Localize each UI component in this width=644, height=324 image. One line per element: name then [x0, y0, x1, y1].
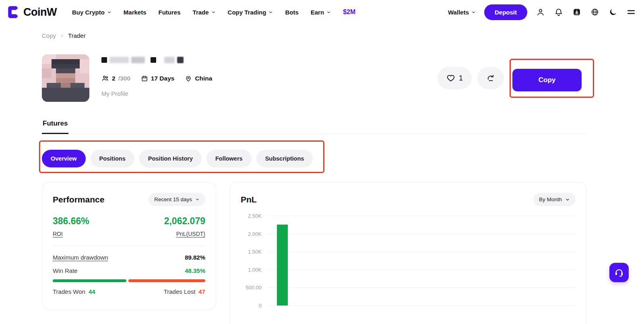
performance-title: Performance — [53, 195, 104, 204]
gridline — [267, 270, 576, 270]
copy-button-annotation-box: Copy — [510, 59, 594, 98]
gridline — [267, 216, 576, 216]
chevron-down-icon — [268, 10, 273, 14]
gridline — [267, 305, 576, 306]
chevron-down-icon — [565, 197, 570, 202]
y-tick: 0 — [241, 303, 262, 309]
gridline — [267, 234, 576, 234]
roi-label: ROI — [53, 231, 89, 237]
nav-item-copy-trading[interactable]: Copy Trading — [228, 9, 273, 16]
chevron-down-icon — [107, 10, 111, 14]
location-stat: China — [185, 75, 212, 82]
winrate-bar-lost — [128, 279, 205, 282]
trader-profile-header: 2/300 17 Days China My Profile 1 — [42, 54, 594, 102]
gridline — [267, 252, 576, 252]
profile-actions: 1 Copy — [438, 59, 594, 98]
support-chat-button[interactable] — [609, 263, 629, 282]
y-tick: 2.00K — [241, 231, 262, 237]
divider — [53, 245, 205, 246]
trader-name-redacted — [101, 56, 212, 64]
coinw-logo-icon — [6, 5, 20, 19]
breadcrumb-trader: Trader — [68, 32, 86, 39]
nav-item-earn[interactable]: Earn — [311, 9, 331, 16]
breadcrumb-copy[interactable]: Copy — [42, 32, 56, 39]
drawdown-label: Maximum drawdown — [53, 254, 108, 261]
winrate-value: 48.35% — [185, 267, 205, 274]
y-tick: 1.00K — [241, 267, 262, 273]
wallets-menu[interactable]: Wallets — [448, 9, 476, 16]
trades-lost-value: 47 — [198, 288, 205, 295]
drawdown-value: 89.82% — [185, 254, 205, 261]
y-tick: 2.50K — [241, 213, 262, 219]
pnl-metric: 2,062.079 PnL(USDT) — [164, 216, 205, 237]
heart-icon — [446, 74, 455, 83]
pnl-bar-chart: 2.50K 2.00K 1.50K 1.00K 500.00 0 — [241, 216, 576, 316]
nav-item-bots[interactable]: Bots — [285, 9, 298, 16]
location-value: China — [195, 75, 212, 82]
deposit-button[interactable]: Deposit — [484, 4, 527, 20]
trades-won-value: 44 — [89, 288, 95, 295]
top-nav: CoinW Buy Crypto Markets Futures Trade C… — [0, 0, 644, 24]
pnl-title: PnL — [241, 195, 257, 204]
brand-name: CoinW — [23, 6, 57, 19]
followers-max: /300 — [118, 75, 130, 82]
days-stat: 17 Days — [141, 75, 175, 82]
chevron-down-icon — [471, 10, 476, 14]
location-pin-icon — [185, 75, 192, 82]
menu-hamburger-icon[interactable] — [626, 7, 636, 17]
nav-item-buy-crypto[interactable]: Buy Crypto — [72, 9, 111, 16]
performance-range-dropdown[interactable]: Recent 15 days — [149, 193, 205, 206]
copy-trader-button[interactable]: Copy — [512, 69, 582, 91]
avatar — [42, 54, 89, 102]
overview-cards: Performance Recent 15 days 386.66% ROI 2… — [42, 182, 586, 324]
trader-stats: 2/300 17 Days China — [101, 74, 212, 82]
pnl-card: PnL By Month 2.50K 2.00K 1.50K 1.00K 500… — [230, 182, 586, 324]
calendar-icon — [141, 75, 148, 82]
main-nav-links: Buy Crypto Markets Futures Trade Copy Tr… — [72, 8, 355, 16]
like-count: 1 — [459, 74, 463, 83]
tab-overview[interactable]: Overview — [42, 150, 86, 167]
headset-icon — [614, 267, 624, 278]
tab-positions[interactable]: Positions — [91, 150, 134, 167]
coinw-logo[interactable]: CoinW — [6, 5, 57, 19]
tab-position-history[interactable]: Position History — [139, 150, 202, 167]
notifications-bell-icon[interactable] — [554, 7, 564, 17]
breadcrumb: Copy Trader — [42, 32, 644, 39]
followers-stat: 2/300 — [101, 74, 130, 82]
like-button[interactable]: 1 — [438, 67, 472, 89]
followers-current: 2 — [112, 75, 116, 82]
gridline — [267, 287, 576, 288]
y-tick: 500.00 — [241, 285, 262, 291]
nav-item-markets[interactable]: Markets — [124, 9, 147, 16]
trades-lost: Trades Lost47 — [164, 288, 205, 295]
app-download-icon[interactable] — [572, 7, 582, 17]
user-account-icon[interactable] — [536, 7, 545, 17]
winrate-bar — [53, 279, 205, 282]
share-button[interactable] — [477, 67, 504, 89]
winrate-bar-won — [53, 279, 126, 282]
chevron-down-icon — [211, 10, 216, 14]
trader-info: 2/300 17 Days China My Profile — [101, 54, 212, 97]
my-profile-label: My Profile — [101, 90, 212, 97]
winrate-label: Win Rate — [53, 267, 78, 274]
performance-card: Performance Recent 15 days 386.66% ROI 2… — [42, 182, 216, 310]
language-globe-icon[interactable] — [590, 7, 600, 17]
y-tick: 1.50K — [241, 249, 262, 255]
followers-people-icon — [101, 74, 109, 82]
pnl-label: PnL(USDT) — [164, 231, 205, 237]
pnl-value: 2,062.079 — [164, 216, 205, 227]
roi-metric: 386.66% ROI — [53, 216, 89, 237]
trades-won: Trades Won44 — [53, 288, 95, 295]
nav-item-2m-promo[interactable]: $2M — [343, 8, 355, 16]
nav-item-trade[interactable]: Trade — [193, 9, 216, 16]
dark-mode-moon-icon[interactable] — [608, 7, 618, 17]
tab-futures[interactable]: Futures — [42, 120, 68, 134]
tab-subscriptions[interactable]: Subscriptions — [256, 150, 313, 167]
nav-right-cluster: Wallets Deposit — [448, 4, 636, 20]
chevron-down-icon — [326, 10, 331, 14]
breadcrumb-chevron-icon — [60, 34, 64, 38]
chevron-down-icon — [195, 197, 200, 202]
pnl-range-dropdown[interactable]: By Month — [533, 193, 576, 206]
nav-item-futures[interactable]: Futures — [159, 9, 181, 16]
tab-followers[interactable]: Followers — [206, 150, 252, 167]
